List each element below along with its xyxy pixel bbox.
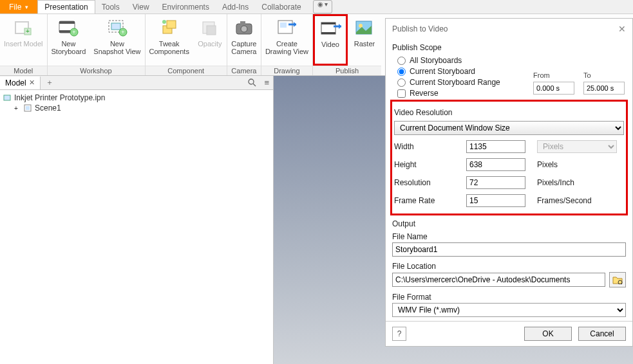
svg-rect-31 [26, 106, 30, 110]
svg-point-14 [162, 20, 166, 24]
hamburger-icon[interactable]: ≡ [260, 76, 273, 89]
svg-text:+: + [26, 28, 30, 35]
model-browser: Model ✕ ＋ ≡ Inkjet Printer Prototype.ipn… [0, 76, 274, 364]
camera-icon [232, 17, 256, 39]
reverse-checkbox[interactable] [397, 89, 406, 98]
dialog-footer: ? OK Cancel [386, 321, 632, 346]
resolution-label: Resolution [394, 178, 466, 187]
tab-collaborate[interactable]: Collaborate [255, 0, 307, 14]
snapshot-icon: + [106, 17, 129, 39]
from-to-inputs: From To [533, 71, 625, 95]
resolution-row: Resolution Pixels/Inch [394, 176, 624, 189]
location-input[interactable] [392, 273, 605, 287]
ribbon-group-publish: Video Raster Publish [313, 14, 381, 75]
radio-current-range-input[interactable] [397, 78, 406, 87]
help-button[interactable]: ? [392, 327, 406, 341]
insert-model-button[interactable]: + Insert Model [0, 14, 47, 66]
svg-line-28 [253, 84, 256, 86]
browse-button[interactable] [609, 272, 626, 287]
tab-tools[interactable]: Tools [95, 0, 126, 14]
video-resolution-section: Video Resolution Current Document Window… [390, 100, 628, 215]
framerate-row: Frame Rate Frames/Second [394, 194, 624, 207]
appearance-dropdown[interactable]: ◉ ▾ [313, 0, 333, 14]
svg-rect-23 [321, 23, 335, 24]
framerate-unit: Frames/Second [537, 196, 592, 205]
tab-presentation[interactable]: Presentation [37, 0, 95, 14]
opacity-icon [198, 17, 222, 39]
svg-rect-24 [321, 32, 335, 34]
output-header: Output [392, 219, 626, 228]
new-snapshot-button[interactable]: + New Snapshot View [90, 14, 144, 66]
radio-current-storyboard-input[interactable] [397, 68, 406, 76]
publish-scope-header: Publish Scope [392, 43, 626, 52]
width-unit-select[interactable]: Pixels [537, 140, 617, 153]
capture-camera-button[interactable]: Capture Camera [227, 14, 261, 66]
height-row: Height Pixels [394, 158, 624, 171]
insert-model-icon: + [12, 17, 35, 39]
new-storyboard-button[interactable]: + New Storyboard [48, 14, 90, 66]
create-drawing-view-button[interactable]: Create Drawing View [261, 14, 312, 66]
menu-bar: File▾ Presentation Tools View Environmen… [0, 0, 633, 14]
from-label: From [533, 71, 574, 79]
radio-all-storyboards[interactable]: All Storyboards [397, 56, 626, 65]
storyboard-icon: + [57, 17, 80, 39]
svg-point-27 [249, 79, 254, 84]
cancel-button[interactable]: Cancel [578, 327, 626, 341]
width-row: Width Pixels [394, 140, 624, 153]
resolution-unit: Pixels/Inch [537, 178, 574, 187]
tree-root[interactable]: Inkjet Printer Prototype.ipn [0, 93, 273, 103]
folder-icon [612, 275, 623, 284]
dialog-titlebar: Publish to Video ✕ [386, 19, 632, 39]
add-tab-button[interactable]: ＋ [41, 75, 59, 90]
height-unit: Pixels [537, 160, 558, 169]
format-label: File Format [392, 293, 626, 302]
height-input[interactable] [466, 158, 525, 171]
expand-icon[interactable]: + [12, 104, 21, 113]
filename-label: File Name [392, 232, 626, 241]
tweak-icon [158, 17, 181, 39]
height-label: Height [394, 160, 466, 169]
tweak-components-button[interactable]: Tweak Components [146, 14, 193, 66]
svg-rect-13 [167, 21, 176, 28]
search-icon[interactable] [244, 77, 260, 89]
tab-view[interactable]: View [126, 0, 156, 14]
ribbon-group-component: Tweak Components Opacity Component [146, 14, 227, 75]
dialog-close-button[interactable]: ✕ [618, 24, 626, 34]
video-icon [319, 17, 342, 39]
raster-button[interactable]: Raster [348, 14, 381, 66]
from-input[interactable] [533, 82, 574, 95]
resolution-preset-select[interactable]: Current Document Window Size [394, 121, 624, 135]
ok-button[interactable]: OK [524, 327, 572, 341]
ribbon-group-camera: Capture Camera Camera [227, 14, 261, 75]
publish-video-dialog: Publish to Video ✕ Publish Scope All Sto… [385, 18, 633, 347]
filename-input[interactable] [392, 242, 626, 257]
svg-rect-29 [4, 95, 10, 100]
browser-tab-model[interactable]: Model ✕ [0, 77, 41, 89]
opacity-button[interactable]: Opacity [193, 14, 227, 66]
browser-tree: Inkjet Printer Prototype.ipn + Scene1 [0, 90, 273, 116]
scene-icon [23, 104, 32, 113]
browser-header: Model ✕ ＋ ≡ [0, 76, 273, 90]
framerate-input[interactable] [466, 194, 525, 207]
close-icon[interactable]: ✕ [29, 78, 35, 87]
tab-addins[interactable]: Add-Ins [216, 0, 255, 14]
file-menu[interactable]: File▾ [0, 0, 37, 14]
to-input[interactable] [583, 82, 625, 95]
width-label: Width [394, 142, 466, 151]
format-select[interactable]: WMV File (*.wmv) [392, 303, 626, 317]
presentation-icon [3, 93, 12, 102]
video-button[interactable]: Video [313, 14, 348, 66]
ribbon-group-workshop: + New Storyboard + New Snapshot View Wor… [48, 14, 146, 75]
tree-scene[interactable]: + Scene1 [0, 103, 273, 113]
drawing-icon [275, 17, 298, 39]
radio-all-storyboards-input[interactable] [397, 57, 406, 65]
svg-point-18 [241, 26, 247, 32]
svg-rect-9 [111, 23, 120, 30]
resolution-input[interactable] [466, 176, 525, 189]
tab-environments[interactable]: Environments [156, 0, 216, 14]
to-label: To [583, 71, 625, 79]
svg-rect-16 [207, 26, 216, 35]
svg-rect-21 [280, 23, 287, 28]
width-input[interactable] [466, 140, 525, 153]
svg-rect-19 [240, 21, 245, 24]
